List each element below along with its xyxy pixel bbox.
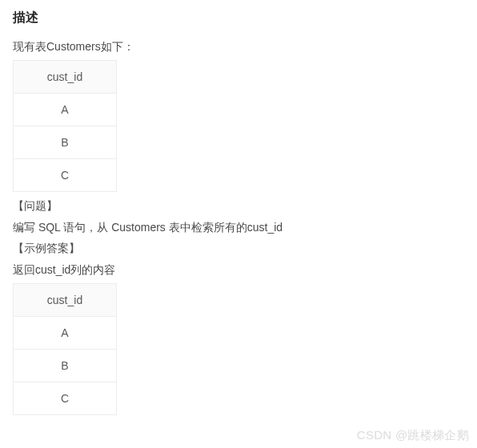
table2-cell-0: A <box>14 316 117 349</box>
table-row: C <box>14 159 117 192</box>
example-text: 返回cust_id列的内容 <box>13 261 464 278</box>
customers-table-1: cust_id A B C <box>13 60 117 192</box>
section-heading: 描述 <box>13 10 464 26</box>
customers-table-2: cust_id A B C <box>13 283 117 415</box>
table1-header: cust_id <box>14 61 117 94</box>
question-text: 编写 SQL 语句，从 Customers 表中检索所有的cust_id <box>13 218 464 236</box>
table2-cell-1: B <box>14 349 117 382</box>
question-label: 【问题】 <box>13 197 464 214</box>
table-row: B <box>14 126 117 159</box>
table1-cell-1: B <box>14 126 117 159</box>
table-row: A <box>14 316 117 349</box>
table-row: C <box>14 382 117 414</box>
table-row: A <box>14 94 117 126</box>
table2-cell-2: C <box>14 382 117 414</box>
watermark: CSDN @跳楼梯企鹅 <box>357 428 469 443</box>
table-row: B <box>14 349 117 382</box>
table1-cell-2: C <box>14 159 117 192</box>
table2-header: cust_id <box>14 283 117 316</box>
table1-cell-0: A <box>14 94 117 126</box>
example-label: 【示例答案】 <box>13 239 464 257</box>
intro-line: 现有表Customers如下： <box>13 38 464 55</box>
